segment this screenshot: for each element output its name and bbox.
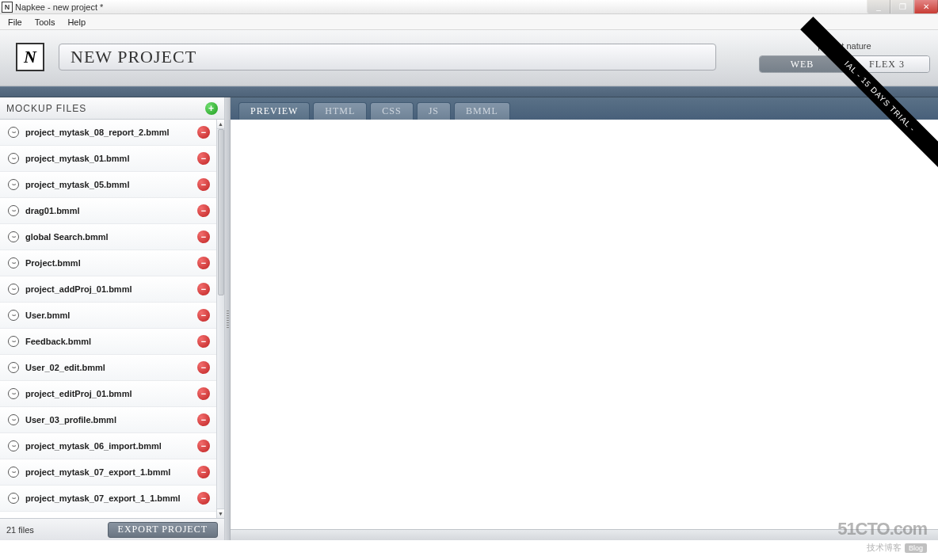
remove-file-button[interactable]: − <box>197 204 210 217</box>
file-row[interactable]: ⌣project_mytask_07_export_1.bmml− <box>0 459 216 486</box>
menu-tools[interactable]: Tools <box>29 16 62 29</box>
output-tabs: PREVIEW HTML CSS JS BMML <box>231 97 938 120</box>
file-name: project_addProj_01.bmml <box>25 284 197 294</box>
remove-file-button[interactable]: − <box>197 361 210 374</box>
watermark-line2: 技术博客 <box>867 543 902 552</box>
file-name: User_03_profile.bmml <box>25 415 197 425</box>
sidebar: MOCKUP FILES + ⌣project_mytask_08_report… <box>0 97 225 540</box>
sidebar-heading: MOCKUP FILES <box>6 103 86 114</box>
smiley-icon: ⌣ <box>8 362 19 373</box>
remove-file-button[interactable]: − <box>197 440 210 452</box>
file-name: User.bmml <box>25 310 197 320</box>
smiley-icon: ⌣ <box>8 153 19 164</box>
file-list: ⌣project_mytask_08_report_2.bmml−⌣projec… <box>0 120 224 518</box>
smiley-icon: ⌣ <box>8 231 19 242</box>
remove-file-button[interactable]: − <box>197 230 210 243</box>
scroll-up-icon[interactable]: ▲ <box>217 120 225 129</box>
close-button[interactable]: ✕ <box>914 0 938 13</box>
preview-footer <box>231 529 938 540</box>
preview-pane: PREVIEW HTML CSS JS BMML <box>231 97 938 540</box>
file-row[interactable]: ⌣global Search.bmml− <box>0 224 216 250</box>
file-name: project_mytask_05.bmml <box>25 180 197 189</box>
tab-css[interactable]: CSS <box>370 102 413 120</box>
file-row[interactable]: ⌣project_mytask_07_export_1_1.bmml− <box>0 486 216 512</box>
file-name: drag01.bmml <box>25 206 197 215</box>
remove-file-button[interactable]: − <box>197 309 210 322</box>
file-name: Project.bmml <box>25 258 197 268</box>
logo-icon: N <box>16 43 44 71</box>
file-row[interactable]: ⌣Feedback.bmml− <box>0 329 216 355</box>
file-row[interactable]: ⌣User_02_edit.bmml− <box>0 355 216 381</box>
smiley-icon: ⌣ <box>8 205 19 216</box>
tab-js[interactable]: JS <box>417 102 451 120</box>
splitter[interactable] <box>225 97 231 540</box>
scrollbar[interactable]: ▲ ▼ <box>216 120 224 518</box>
watermark-badge: Blog <box>905 543 927 553</box>
remove-file-button[interactable]: − <box>197 283 210 295</box>
file-count: 21 files <box>6 525 34 535</box>
smiley-icon: ⌣ <box>8 310 19 321</box>
smiley-icon: ⌣ <box>8 467 19 478</box>
remove-file-button[interactable]: − <box>197 413 210 426</box>
smiley-icon: ⌣ <box>8 127 19 138</box>
tab-preview[interactable]: PREVIEW <box>238 102 310 120</box>
file-row[interactable]: ⌣project_mytask_05.bmml− <box>0 172 216 198</box>
project-title-input[interactable] <box>59 44 716 70</box>
tab-bmml[interactable]: BMML <box>454 102 510 120</box>
smiley-icon: ⌣ <box>8 336 19 347</box>
file-name: project_mytask_07_export_1.bmml <box>25 467 197 477</box>
workarea: MOCKUP FILES + ⌣project_mytask_08_report… <box>0 97 938 540</box>
file-row[interactable]: ⌣User.bmml− <box>0 303 216 329</box>
scroll-thumb[interactable] <box>218 129 224 295</box>
add-file-button[interactable]: + <box>205 102 218 115</box>
remove-file-button[interactable]: − <box>197 387 210 400</box>
export-project-button[interactable]: EXPORT PROJECT <box>108 522 218 538</box>
remove-file-button[interactable]: − <box>197 178 210 191</box>
remove-file-button[interactable]: − <box>197 335 210 348</box>
remove-file-button[interactable]: − <box>197 492 210 505</box>
file-name: project_mytask_06_import.bmml <box>25 441 197 451</box>
minimize-button[interactable]: _ <box>867 0 890 13</box>
remove-file-button[interactable]: − <box>197 126 210 139</box>
remove-file-button[interactable]: − <box>197 466 210 478</box>
maximize-button[interactable]: ❐ <box>890 0 914 13</box>
file-name: global Search.bmml <box>25 232 197 242</box>
smiley-icon: ⌣ <box>8 388 19 399</box>
file-name: Feedback.bmml <box>25 337 197 346</box>
scroll-down-icon[interactable]: ▼ <box>217 509 225 518</box>
smiley-icon: ⌣ <box>8 440 19 451</box>
file-row[interactable]: ⌣project_mytask_01.bmml− <box>0 146 216 172</box>
splitter-grip-icon <box>227 310 229 328</box>
window-title: Napkee - new project * <box>15 2 103 12</box>
tab-html[interactable]: HTML <box>313 102 367 120</box>
smiley-icon: ⌣ <box>8 179 19 190</box>
file-name: project_mytask_07_export_1_1.bmml <box>25 493 197 503</box>
file-name: project_editProj_01.bmml <box>25 389 197 398</box>
file-name: User_02_edit.bmml <box>25 363 197 372</box>
preview-body <box>231 120 938 529</box>
sidebar-footer: 21 files EXPORT PROJECT <box>0 518 224 540</box>
smiley-icon: ⌣ <box>8 414 19 425</box>
file-name: project_mytask_08_report_2.bmml <box>25 128 197 137</box>
file-row[interactable]: ⌣project_mytask_06_import.bmml− <box>0 433 216 459</box>
app-icon: N <box>2 2 13 13</box>
file-row[interactable]: ⌣project_editProj_01.bmml− <box>0 381 216 407</box>
file-row[interactable]: ⌣User_03_profile.bmml− <box>0 407 216 433</box>
remove-file-button[interactable]: − <box>197 152 210 165</box>
file-row[interactable]: ⌣Project.bmml− <box>0 250 216 276</box>
menubar: File Tools Help <box>0 14 938 30</box>
sidebar-header: MOCKUP FILES + <box>0 97 224 120</box>
file-name: project_mytask_01.bmml <box>25 154 197 163</box>
smiley-icon: ⌣ <box>8 493 19 504</box>
file-row[interactable]: ⌣project_mytask_08_report_2.bmml− <box>0 120 216 146</box>
titlebar: N Napkee - new project * _ ❐ ✕ <box>0 0 938 14</box>
file-row[interactable]: ⌣project_addProj_01.bmml− <box>0 276 216 303</box>
menu-help[interactable]: Help <box>61 16 92 29</box>
window-buttons: _ ❐ ✕ <box>867 0 938 13</box>
menu-file[interactable]: File <box>2 16 29 29</box>
subheader-strip <box>0 86 938 97</box>
smiley-icon: ⌣ <box>8 257 19 269</box>
file-row[interactable]: ⌣drag01.bmml− <box>0 198 216 224</box>
remove-file-button[interactable]: − <box>197 257 210 269</box>
smiley-icon: ⌣ <box>8 284 19 295</box>
